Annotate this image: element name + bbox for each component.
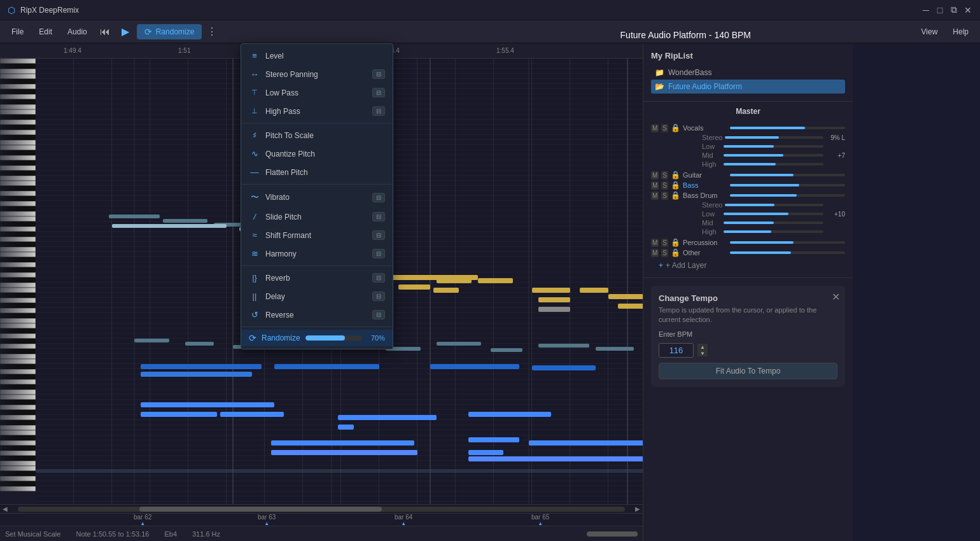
note-bar[interactable]: [220, 412, 284, 417]
menu-item-high-pass[interactable]: ⊥ High Pass ⊟: [241, 102, 393, 120]
bass-fader[interactable]: [730, 184, 845, 186]
menu-item-stereo-panning[interactable]: ↔ Stereo Panning ⊟: [241, 65, 393, 83]
mute-btn-bass-drum[interactable]: M: [651, 192, 659, 200]
menu-item-reverb[interactable]: |} Reverb ⊟: [241, 269, 393, 287]
note-bar[interactable]: [274, 364, 379, 369]
close-button[interactable]: ✕: [963, 6, 972, 15]
solo-btn-other[interactable]: S: [661, 249, 668, 257]
note-bar[interactable]: [468, 450, 503, 455]
note-bar[interactable]: [398, 285, 430, 290]
menu-item-quantize-pitch[interactable]: ∿ Quantize Pitch: [241, 144, 393, 163]
note-bar[interactable]: [141, 372, 252, 377]
solo-btn-guitar[interactable]: S: [661, 171, 668, 179]
scroll-thumb[interactable]: [139, 507, 382, 512]
note-bar[interactable]: [491, 348, 522, 352]
note-bar[interactable]: [141, 364, 262, 369]
mute-btn-percussion[interactable]: M: [651, 239, 659, 247]
minimize-button[interactable]: ─: [921, 6, 930, 15]
play-button[interactable]: ▶: [116, 23, 134, 41]
lock-icon-guitar[interactable]: 🔒: [671, 171, 680, 179]
note-bar[interactable]: [478, 278, 513, 283]
bpm-up-btn[interactable]: ▲: [697, 344, 708, 350]
lock-icon-vocals[interactable]: 🔒: [671, 123, 680, 132]
tempo-close-btn[interactable]: ✕: [832, 291, 840, 303]
bpm-input[interactable]: [659, 343, 694, 358]
scroll-right-btn[interactable]: ▶: [627, 505, 640, 512]
riplist-item-future-audio[interactable]: 📂 Future Audio Platform: [651, 80, 845, 94]
mute-btn-vocals[interactable]: M: [651, 124, 659, 132]
menu-help[interactable]: Help: [946, 25, 975, 39]
solo-btn-bass[interactable]: S: [661, 181, 668, 190]
menu-item-level[interactable]: ≡ Level: [241, 46, 393, 65]
note-bar[interactable]: [271, 440, 414, 446]
menu-edit[interactable]: Edit: [32, 25, 59, 39]
menu-item-delay[interactable]: || Delay ⊟: [241, 287, 393, 306]
note-bar[interactable]: [538, 344, 589, 348]
zoom-slider[interactable]: [587, 531, 638, 537]
vocals-fader[interactable]: [730, 127, 845, 129]
menu-item-shift-formant[interactable]: ≈ Shift Formant ⊟: [241, 226, 393, 244]
note-bar[interactable]: [532, 288, 570, 293]
note-bar[interactable]: [437, 278, 472, 283]
menu-item-slide-pitch[interactable]: / Slide Pitch ⊟: [241, 207, 393, 226]
note-bar[interactable]: [468, 456, 643, 461]
scroll-left-btn[interactable]: ◀: [3, 505, 15, 512]
note-bar[interactable]: [437, 342, 481, 346]
mute-btn-bass[interactable]: M: [651, 181, 659, 190]
note-bar[interactable]: [338, 425, 354, 430]
menu-item-vibrato[interactable]: 〜 Vibrato ⊟: [241, 187, 393, 207]
lock-icon-percussion[interactable]: 🔒: [671, 238, 680, 247]
lock-icon-bass-drum[interactable]: 🔒: [671, 191, 680, 200]
note-bar[interactable]: [538, 297, 570, 302]
scroll-track[interactable]: [18, 507, 625, 512]
menu-item-harmony[interactable]: ≋ Harmony ⊟: [241, 244, 393, 263]
note-bar[interactable]: [163, 219, 207, 223]
percussion-fader[interactable]: [730, 241, 845, 244]
note-bar[interactable]: [608, 294, 643, 299]
note-bar[interactable]: [618, 304, 643, 309]
maximize-button[interactable]: □: [935, 6, 944, 15]
note-bar[interactable]: [271, 450, 417, 455]
guitar-fader[interactable]: [730, 174, 845, 176]
solo-btn-percussion[interactable]: S: [661, 239, 668, 247]
note-bar[interactable]: [141, 402, 274, 407]
note-bar[interactable]: [338, 415, 437, 420]
menu-item-randomize[interactable]: ⟳ Randomize 70%: [241, 330, 393, 346]
note-bar[interactable]: [468, 412, 551, 417]
lock-icon-other[interactable]: 🔒: [671, 248, 680, 257]
menu-item-low-pass[interactable]: ⊤ Low Pass ⊟: [241, 83, 393, 102]
note-bar[interactable]: [468, 437, 519, 442]
lock-icon-bass[interactable]: 🔒: [671, 181, 680, 190]
mute-btn-guitar[interactable]: M: [651, 171, 659, 179]
note-bar[interactable]: [433, 288, 459, 293]
mute-btn-other[interactable]: M: [651, 249, 659, 257]
bd-low-fader[interactable]: [724, 213, 823, 215]
menu-item-pitch-to-scale[interactable]: ♯ Pitch To Scale: [241, 126, 393, 144]
menu-item-flatten-pitch[interactable]: — Flatten Pitch: [241, 163, 393, 181]
solo-btn-bass-drum[interactable]: S: [661, 192, 668, 200]
skip-back-button[interactable]: ⏮: [96, 23, 114, 41]
note-bar[interactable]: [134, 339, 169, 342]
note-bar[interactable]: [596, 347, 634, 351]
stereo-fader[interactable]: [725, 136, 823, 139]
note-bar[interactable]: [109, 214, 160, 218]
fit-tempo-btn[interactable]: Fit Audio To Tempo: [659, 363, 837, 379]
menu-item-reverse[interactable]: ↺ Reverse ⊟: [241, 306, 393, 324]
dots-button[interactable]: ⋮: [204, 25, 220, 38]
note-bar[interactable]: [538, 307, 570, 312]
note-bar[interactable]: [529, 440, 643, 446]
add-layer-btn[interactable]: + + Add Layer: [651, 258, 845, 272]
bd-high-fader[interactable]: [724, 230, 823, 233]
note-bar[interactable]: [532, 365, 596, 370]
horizontal-scrollbar[interactable]: ◀ ▶: [0, 504, 643, 513]
low-fader[interactable]: [724, 145, 823, 148]
riplist-item-wonderbass[interactable]: 📁 WonderBass: [651, 66, 845, 80]
other-fader[interactable]: [730, 251, 845, 254]
high-fader[interactable]: [724, 163, 823, 165]
restore-button[interactable]: ⧉: [949, 6, 958, 15]
randomize-button[interactable]: ⟳ Randomize: [137, 24, 202, 39]
note-bar[interactable]: [430, 364, 519, 369]
solo-btn-vocals[interactable]: S: [661, 124, 668, 132]
bpm-down-btn[interactable]: ▼: [697, 350, 708, 356]
mid-fader[interactable]: [724, 154, 823, 157]
